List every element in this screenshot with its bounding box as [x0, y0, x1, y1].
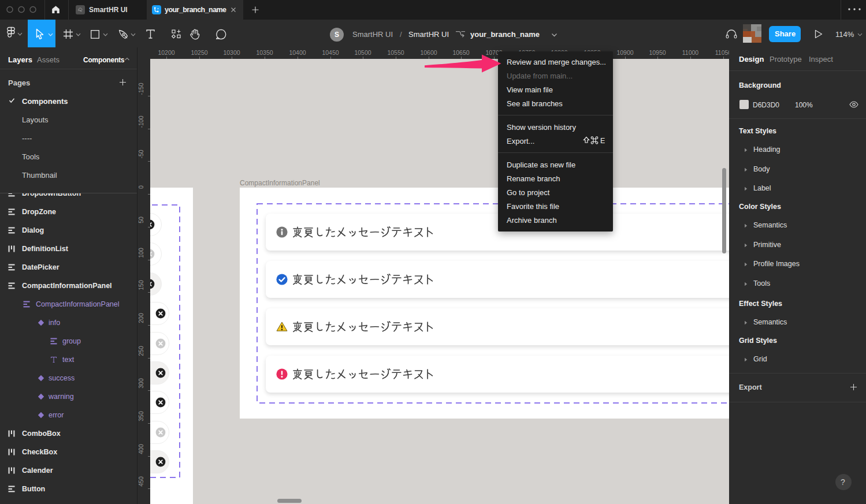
svg-text:E: E [600, 137, 605, 145]
